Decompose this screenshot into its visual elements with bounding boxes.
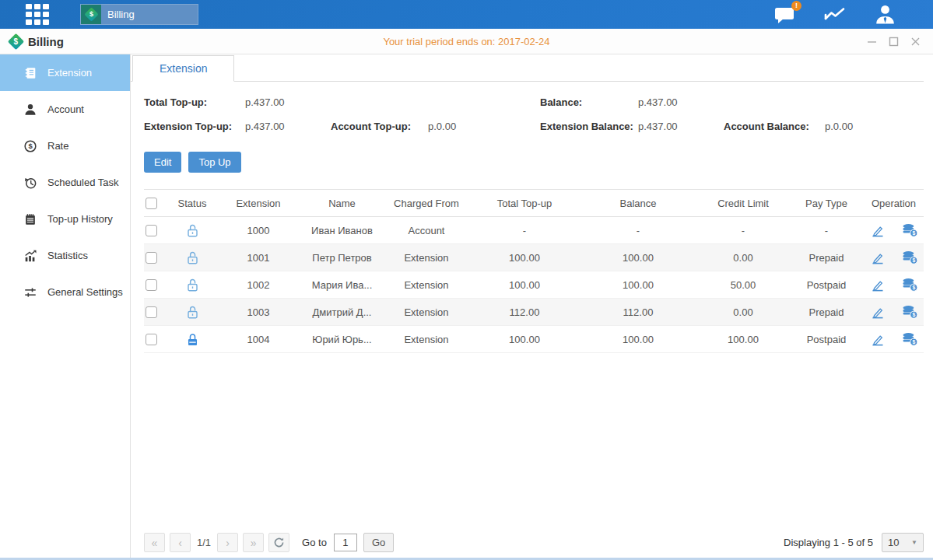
goto-page-input[interactable]: [334, 534, 357, 551]
top-up-coins-icon[interactable]: $: [901, 250, 918, 265]
row-checkbox[interactable]: [146, 225, 157, 236]
charged-from-cell: Extension: [383, 252, 470, 264]
row-checkbox[interactable]: [146, 252, 157, 264]
sidebar-item-account[interactable]: Account: [0, 91, 130, 128]
extension-cell: 1002: [216, 279, 301, 291]
svg-text:$: $: [912, 312, 915, 318]
user-account-icon[interactable]: [875, 5, 896, 24]
status-lock-icon: [169, 250, 216, 265]
sidebar-item-label: Account: [47, 103, 84, 115]
maximize-icon[interactable]: [889, 37, 899, 47]
go-button[interactable]: Go: [363, 533, 394, 552]
row-checkbox[interactable]: [146, 306, 157, 318]
total-topup-cell: 112.00: [470, 306, 579, 318]
close-icon[interactable]: [910, 37, 921, 47]
total-topup-cell: -: [470, 225, 579, 236]
extension-cell: 1003: [216, 306, 301, 318]
billing-app-tab[interactable]: Billing: [80, 4, 198, 25]
pagination-bar: « ‹ 1/1 › » Go to Go Displaying 1 - 5 of…: [131, 533, 924, 552]
status-lock-icon: [169, 305, 216, 320]
tab-extension[interactable]: Extension: [132, 55, 234, 82]
page-size-select[interactable]: 10 ▼: [882, 533, 924, 552]
total-topup-value: p.437.00: [245, 96, 331, 108]
charged-from-cell: Extension: [383, 306, 470, 318]
credit-limit-cell: 0.00: [697, 306, 789, 318]
table-header: Status Extension Name Charged From Total…: [144, 189, 924, 217]
edit-button[interactable]: Edit: [144, 152, 181, 173]
pay-type-cell: Postpaid: [789, 279, 864, 291]
extension-cell: 1004: [216, 334, 301, 345]
trial-notice: Your trial period ends on: 2017-02-24: [0, 36, 933, 47]
sidebar-item-label: General Settings: [47, 286, 123, 298]
top-up-coins-icon[interactable]: $: [901, 222, 918, 238]
notification-badge: !: [791, 1, 801, 11]
reports-chart-icon[interactable]: [823, 5, 847, 24]
sidebar-item-scheduled-task[interactable]: Scheduled Task: [0, 164, 130, 201]
sidebar-item-label: Rate: [47, 140, 68, 152]
pay-type-cell: Prepaid: [789, 306, 864, 318]
sidebar-item-topup-history[interactable]: Top-up History: [0, 201, 130, 237]
charged-from-cell: Extension: [383, 279, 470, 291]
balance-cell: 100.00: [579, 252, 697, 264]
first-page-button[interactable]: «: [144, 533, 165, 552]
tab-strip: Extension: [131, 54, 924, 82]
credit-limit-cell: 0.00: [697, 252, 789, 264]
col-header-name: Name: [301, 198, 383, 209]
svg-text:$: $: [912, 230, 915, 236]
top-bar: Billing !: [0, 0, 933, 29]
select-all-checkbox[interactable]: [146, 198, 157, 209]
extension-topup-label: Extension Top-up:: [144, 121, 245, 132]
top-up-coins-icon[interactable]: $: [901, 277, 918, 292]
prev-page-button[interactable]: ‹: [170, 533, 191, 552]
col-header-total-topup: Total Top-up: [470, 198, 579, 209]
col-header-pay-type: Pay Type: [789, 198, 864, 209]
sidebar-item-rate[interactable]: $ Rate: [0, 128, 130, 164]
name-cell: Юрий Юрь...: [301, 334, 383, 345]
next-page-button[interactable]: ›: [217, 533, 238, 552]
status-lock-icon: [169, 332, 216, 347]
edit-pencil-icon[interactable]: [870, 222, 886, 238]
top-up-button[interactable]: Top Up: [188, 152, 240, 173]
col-header-balance: Balance: [579, 198, 697, 209]
sliders-icon: [23, 285, 37, 299]
window-title: Billing: [10, 35, 64, 48]
operation-cell: $: [864, 331, 924, 347]
sidebar-item-general-settings[interactable]: General Settings: [0, 274, 130, 310]
top-up-coins-icon[interactable]: $: [901, 331, 918, 347]
minimize-icon[interactable]: [867, 37, 877, 47]
name-cell: Дмитрий Д...: [301, 306, 383, 318]
window-title-text: Billing: [28, 35, 64, 48]
sidebar-item-extension[interactable]: Extension: [0, 54, 130, 91]
extension-balance-label: Extension Balance:: [540, 121, 638, 132]
row-checkbox[interactable]: [146, 279, 157, 291]
svg-text:$: $: [28, 142, 33, 150]
account-topup-label: Account Top-up:: [331, 121, 428, 132]
edit-pencil-icon[interactable]: [870, 331, 886, 347]
sidebar-item-statistics[interactable]: Statistics: [0, 237, 130, 274]
bar-chart-icon: [23, 249, 37, 263]
messages-icon[interactable]: !: [774, 5, 795, 24]
total-topup-cell: 100.00: [470, 252, 579, 264]
edit-pencil-icon[interactable]: [870, 304, 886, 320]
svg-text:$: $: [912, 285, 915, 291]
total-topup-cell: 100.00: [470, 279, 579, 291]
operation-cell: $: [864, 222, 924, 238]
table-row: 1001 Петр Петров Extension 100.00 100.00…: [144, 244, 924, 271]
table-row: 1004 Юрий Юрь... Extension 100.00 100.00…: [144, 326, 924, 353]
row-checkbox[interactable]: [146, 334, 157, 345]
journal-icon: [23, 66, 37, 80]
displaying-text: Displaying 1 - 5 of 5: [784, 537, 873, 548]
table-row: 1000 Иван Иванов Account - - - - $: [144, 217, 924, 244]
svg-text:$: $: [912, 339, 915, 345]
app-launcher-icon[interactable]: [26, 4, 49, 25]
dollar-circle-icon: $: [23, 139, 37, 153]
refresh-button[interactable]: [268, 533, 289, 552]
edit-pencil-icon[interactable]: [870, 277, 886, 292]
balance-cell: 100.00: [579, 279, 697, 291]
edit-pencil-icon[interactable]: [870, 250, 886, 265]
sidebar-item-label: Extension: [47, 67, 92, 79]
last-page-button[interactable]: »: [243, 533, 264, 552]
col-header-credit-limit: Credit Limit: [697, 198, 789, 209]
name-cell: Петр Петров: [301, 252, 383, 264]
top-up-coins-icon[interactable]: $: [901, 304, 918, 320]
